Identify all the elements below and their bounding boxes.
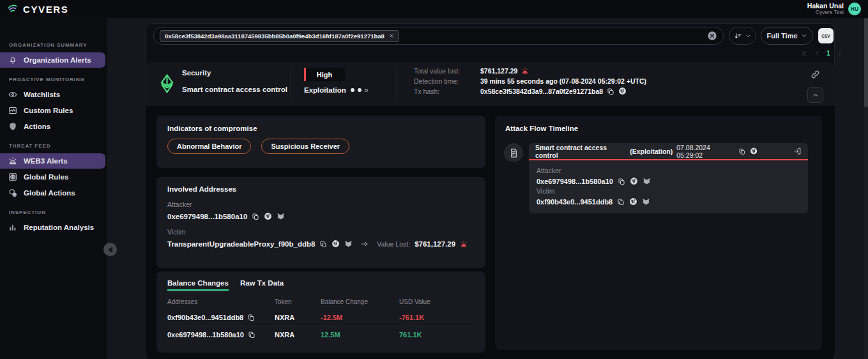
open-event-button[interactable] [793,147,802,156]
tx-hash: 0x58ce3f53842d3a9...87a0f2e91271ba8 [480,88,603,95]
table-row-token: NXRA [275,326,321,343]
victim-name: TransparentUpgradeableProxy_f90b_ddb8 [167,240,315,248]
timeline-attacker-label: Attacker [537,167,800,174]
siren-alarm-icon [521,67,529,75]
copy-icon[interactable] [252,213,259,220]
etherscan-icon[interactable] [630,177,638,185]
phase-label: Exploitation [304,86,346,94]
siren-icon [8,157,17,165]
address-text: 0xe6979498...1b580a10 [167,331,244,339]
copy-icon[interactable] [617,198,625,206]
sidebar-item-reputation-analysis[interactable]: Reputation Analysis [0,220,105,235]
alert-type: Smart contract access control [182,86,287,93]
balance-tabs: Balance Changes Raw Tx Data [167,279,475,291]
first-page-icon[interactable] [801,50,808,57]
column-header: USD Value [399,296,475,309]
divider [397,68,397,100]
clear-search-button[interactable] [707,31,717,41]
phase-progress-dots [351,88,368,92]
sidebar-item-global-actions[interactable]: Global Actions [0,185,105,201]
sort-button[interactable] [729,27,756,45]
time-filter-dropdown[interactable]: Full Time [761,27,813,45]
timeline-attacker-address: 0xe6979498...1b580a10 [537,178,613,185]
search-input[interactable]: 0x58ce3f53842d3a98aa31187459835bb85b0a0f… [153,27,724,45]
chevron-left-icon [108,247,112,253]
brand: CYVERS [7,4,68,15]
metamask-icon[interactable] [277,212,285,220]
address-text: 0xf90b43e0...9451ddb8 [167,314,243,321]
sidebar-item-label: Global Rules [24,173,68,181]
clear-circle-icon [707,31,717,41]
section-label-proactive-monitoring: PROACTIVE MONITORING [9,77,107,82]
avatar[interactable]: HU [848,3,861,15]
sidebar-item-watchlists[interactable]: Watchlists [0,87,105,102]
etherscan-icon[interactable] [629,197,637,206]
indicators-title: Indicators of compromise [167,125,475,132]
siren-alarm-icon [460,240,468,248]
metamask-icon[interactable] [643,177,651,185]
alert-card-expanded: Security Smart contract access control H… [146,62,835,359]
copy-icon[interactable] [248,331,255,339]
user-menu[interactable]: Hakan Unal Cyvers Test HU [807,2,861,16]
total-value-lost-label: Total value lost: [414,67,480,75]
global-actions-icon [8,188,17,197]
search-filter-chip[interactable]: 0x58ce3f53842d3a98aa31187459835bb85b0a0f… [160,30,399,42]
export-csv-button[interactable]: CSV [818,28,834,43]
brand-name: CYVERS [23,4,68,15]
involved-addresses-title: Involved Addresses [167,185,475,193]
collapse-alert-button[interactable] [807,87,823,103]
chevron-down-icon [745,33,751,39]
copy-icon[interactable] [247,314,255,321]
csv-label: CSV [821,34,830,38]
topbar: CYVERS Hakan Unal Cyvers Test HU [0,0,868,18]
metamask-icon[interactable] [344,240,353,248]
sidebar-item-organization-alerts[interactable]: Organization Alerts [0,52,105,68]
cyvers-logo-icon [7,4,19,14]
sidebar-item-actions[interactable]: Actions [0,119,105,134]
sidebar-item-label: Watchlists [24,91,60,98]
etherscan-icon[interactable] [264,212,272,220]
metamask-icon[interactable] [642,197,650,206]
exit-arrow-icon [793,147,802,155]
copy-alert-link-button[interactable] [811,70,820,79]
previous-page-icon[interactable] [814,50,821,57]
sidebar-item-custom-rules[interactable]: Custom Rules [0,103,105,118]
sidebar-item-label: WEB3 Alerts [24,157,68,165]
remove-chip-icon[interactable] [389,33,394,38]
scrollbar-thumb[interactable] [864,18,868,107]
pulse-chart-icon [8,106,17,115]
alert-category: Security [182,69,211,77]
contract-icon [509,148,519,158]
section-label-organization-summary: ORGANIZATION SUMMARY [9,42,107,48]
user-organization: Cyvers Test [807,10,844,16]
next-page-icon[interactable] [836,50,843,57]
table-row-balance-change: 12.5M [321,326,399,343]
detection-time-label: Detection time: [414,77,480,85]
etherscan-icon[interactable] [331,240,340,248]
table-row-usd-value: -761.1K [399,309,475,326]
timeline-victim-address: 0xf90b43e0...9451ddb8 [537,198,613,206]
etherscan-icon[interactable] [618,87,627,95]
sidebar-item-web3-alerts[interactable]: WEB3 Alerts [0,153,105,169]
tab-balance-changes[interactable]: Balance Changes [167,279,229,291]
sidebar-collapse-toggle[interactable] [103,243,117,256]
sidebar-item-label: Custom Rules [24,107,73,114]
copy-icon[interactable] [319,240,327,248]
chevron-down-icon [801,33,807,39]
sidebar-item-global-rules[interactable]: Global Rules [0,169,105,185]
divider [291,68,291,100]
timeline-node [504,143,523,162]
current-page-number[interactable]: 1 [826,49,830,57]
value-lost-label: Value Lost: [377,240,410,248]
copy-icon[interactable] [618,178,625,185]
copy-icon[interactable] [607,88,614,95]
alert-header[interactable]: Security Smart contract access control H… [146,62,835,106]
table-row-address: 0xf90b43e0...9451ddb8 [167,309,275,326]
bar-chart-icon [8,223,17,232]
tab-raw-tx-data[interactable]: Raw Tx Data [240,279,284,291]
chevron-up-icon [812,91,819,99]
copy-icon[interactable] [738,148,745,155]
severity-badge: High [304,68,345,81]
etherscan-icon[interactable] [750,147,758,155]
search-chip-text: 0x58ce3f53842d3a98aa31187459835bb85b0a0f… [165,33,385,40]
